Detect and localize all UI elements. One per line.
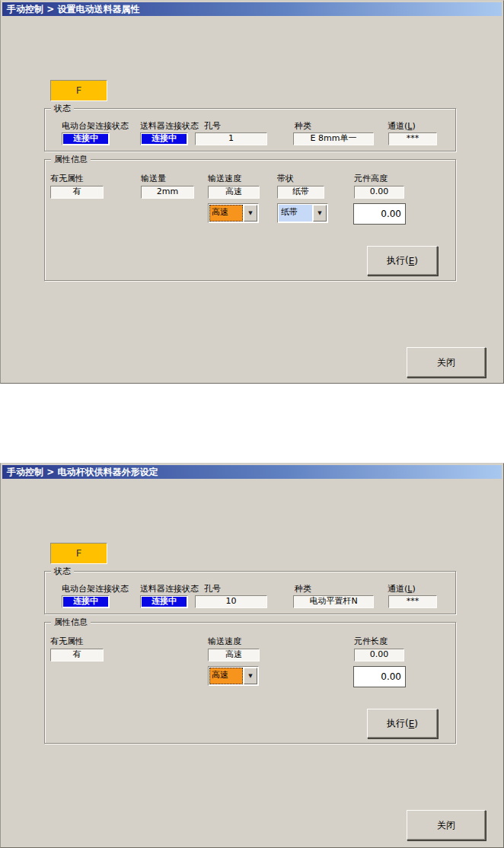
tape-type-label: 带状 <box>277 174 294 183</box>
feed-speed-dropdown[interactable]: 高速 ▼ <box>208 203 259 223</box>
has-attribute-label: 有无属性 <box>50 174 84 183</box>
component-height-value: 0.00 <box>354 186 404 199</box>
component-length-input[interactable] <box>353 666 406 687</box>
feed-speed-dropdown[interactable]: 高速 ▼ <box>208 666 259 686</box>
channel-label: 通道(L) <box>388 584 416 594</box>
channel-value: *** <box>388 595 437 608</box>
page-title: 手动控制 > 电动杆状供料器外形设定 <box>7 467 158 477</box>
feeder-status-value: 连接中 <box>140 132 188 145</box>
kind-value: 电动平置杆N <box>293 595 374 608</box>
dialog-rod-feeder-shape-setting: 手动控制 > 电动杆状供料器外形设定 F 状态 电动台架连接状态 送料器连接状态… <box>0 463 504 848</box>
kind-label: 种类 <box>295 121 311 131</box>
tape-type-dropdown[interactable]: 纸带 ▼ <box>277 203 328 223</box>
feed-speed-selected-option: 高速 <box>209 668 243 684</box>
status-group-title: 状态 <box>51 103 74 114</box>
feed-speed-selected-option: 高速 <box>209 205 243 222</box>
hole-number-label: 孔号 <box>204 121 221 131</box>
chevron-down-icon[interactable]: ▼ <box>313 205 327 222</box>
tape-type-value: 纸带 <box>277 186 324 199</box>
channel-label: 通道(L) <box>388 121 416 131</box>
hole-number-value: 10 <box>195 595 267 608</box>
chevron-down-icon[interactable]: ▼ <box>244 668 257 684</box>
has-attribute-value: 有 <box>50 649 104 662</box>
feed-speed-label: 输送速度 <box>208 174 241 183</box>
chevron-down-icon[interactable]: ▼ <box>244 205 257 222</box>
component-height-input[interactable] <box>353 203 406 225</box>
hole-number-label: 孔号 <box>204 584 221 594</box>
feed-speed-value: 高速 <box>208 649 260 662</box>
page-title: 手动控制 > 设置电动送料器属性 <box>7 4 139 14</box>
component-length-value: 0.00 <box>354 649 404 662</box>
title-bar: 手动控制 > 电动杆状供料器外形设定 <box>2 465 502 479</box>
has-attribute-label: 有无属性 <box>50 636 84 646</box>
stand-status-value: 连接中 <box>62 595 110 608</box>
feeder-status-label: 送料器连接状态 <box>140 584 199 594</box>
stand-status-label: 电动台架连接状态 <box>62 584 129 594</box>
kind-label: 种类 <box>295 584 311 594</box>
channel-value: *** <box>388 132 437 145</box>
feed-amount-value: 2mm <box>141 186 194 199</box>
stand-status-value: 连接中 <box>62 132 110 145</box>
close-button[interactable]: 关闭 <box>407 347 486 378</box>
f-button[interactable]: F <box>50 80 107 101</box>
attributes-group-title: 属性信息 <box>51 154 91 165</box>
feeder-status-label: 送料器连接状态 <box>140 121 199 131</box>
close-button[interactable]: 关闭 <box>407 810 486 840</box>
title-bar: 手动控制 > 设置电动送料器属性 <box>2 2 502 16</box>
status-group-title: 状态 <box>51 566 74 577</box>
feed-speed-value: 高速 <box>208 186 260 199</box>
hole-number-value: 1 <box>195 132 267 145</box>
kind-value: E 8mm单一 <box>293 132 374 145</box>
execute-button[interactable]: 执行(E) <box>367 709 438 738</box>
component-height-label: 元件高度 <box>354 174 388 183</box>
component-length-label: 元件长度 <box>354 636 388 646</box>
feed-speed-label: 输送速度 <box>208 636 241 646</box>
stand-status-label: 电动台架连接状态 <box>62 121 129 131</box>
feed-amount-label: 输送量 <box>141 174 166 183</box>
has-attribute-value: 有 <box>50 186 104 199</box>
tape-type-selected-option: 纸带 <box>279 205 312 222</box>
feeder-status-value: 连接中 <box>140 595 188 608</box>
f-button[interactable]: F <box>50 543 107 564</box>
execute-button[interactable]: 执行(E) <box>367 246 438 276</box>
dialog-electric-feeder-properties: 手动控制 > 设置电动送料器属性 F 状态 电动台架连接状态 送料器连接状态 孔… <box>0 0 504 384</box>
attributes-group-title: 属性信息 <box>51 617 91 628</box>
